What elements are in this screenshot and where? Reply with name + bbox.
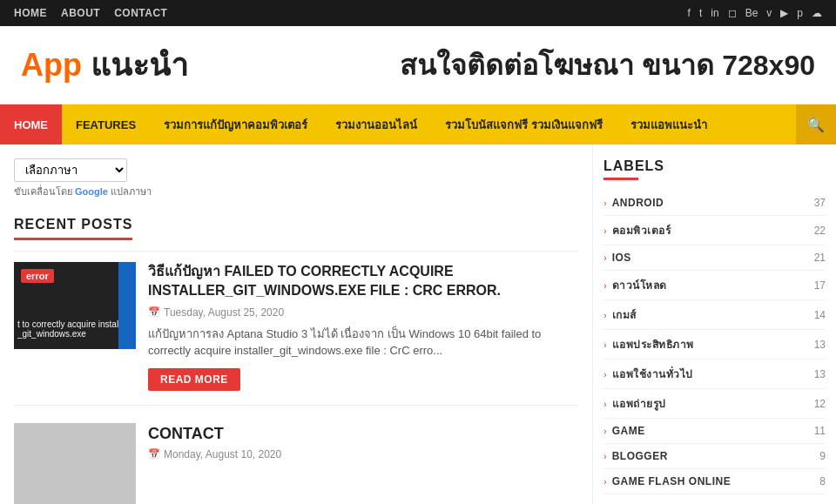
- vimeo-icon[interactable]: v: [766, 7, 772, 19]
- powered-by-text: ขับเคลื่อนโดย: [14, 186, 72, 197]
- nav-computer[interactable]: รวมการแก้ปัญหาคอมพิวเตอร์: [150, 104, 321, 144]
- label-list: ›ANDROID 37 ›คอมพิวเตอร์ 22 ›IOS 21 ›ดาว…: [603, 191, 826, 494]
- label-item-app-photo[interactable]: ›แอพถ่ายรูป 12: [603, 389, 826, 419]
- label-item-game2[interactable]: ›GAME 11: [603, 419, 826, 444]
- chevron-icon-android: ›: [603, 198, 607, 208]
- nav-link-about[interactable]: ABOUT: [61, 7, 100, 19]
- label-count-android: 37: [814, 197, 826, 209]
- twitter-icon[interactable]: t: [699, 7, 702, 19]
- calendar-icon-1: 📅: [148, 306, 160, 318]
- post-date-text-2: Monday, August 10, 2020: [164, 448, 281, 460]
- post-info-1: วิธีแก้ปัญหา FAILED TO CORRECTLY ACQUIRE…: [148, 262, 578, 391]
- language-select-wrap: เลือกภาษา ขับเคลื่อนโดย Google แปลภาษา: [14, 158, 578, 199]
- label-name-computer: คอมพิวเตอร์: [612, 222, 671, 239]
- sidebar-title: LABELS: [603, 158, 826, 174]
- language-select[interactable]: เลือกภาษา: [14, 158, 127, 182]
- post-date-1: 📅 Tuesday, August 25, 2020: [148, 306, 578, 319]
- label-item-android[interactable]: ›ANDROID 37: [603, 191, 826, 216]
- label-count-ios: 21: [814, 252, 826, 264]
- read-more-btn-1[interactable]: READ MORE: [148, 368, 240, 391]
- post-thumbnail-2: [14, 423, 136, 504]
- google-translate-text: ขับเคลื่อนโดย Google แปลภาษา: [14, 184, 578, 199]
- logo-orange: App: [21, 47, 82, 83]
- label-name-android: ANDROID: [612, 197, 664, 209]
- label-name-game-flash: GAME FLASH ONLINE: [612, 475, 732, 487]
- chevron-icon-app-perf: ›: [603, 339, 607, 350]
- label-item-blogger[interactable]: ›BLOGGER 9: [603, 444, 826, 469]
- sidebar-divider: [603, 178, 638, 180]
- nav-home[interactable]: HOME: [0, 104, 62, 144]
- post-title-2[interactable]: CONTACT: [148, 423, 578, 445]
- chevron-icon-game-flash: ›: [603, 476, 607, 487]
- error-badge: error: [21, 269, 54, 283]
- linkedin-icon[interactable]: in: [711, 7, 718, 19]
- facebook-icon[interactable]: f: [688, 7, 691, 19]
- banner-ad: สนใจติดต่อโฆษณา ขนาด 728x90: [400, 43, 815, 87]
- label-count-computer: 22: [814, 225, 826, 237]
- nav-bonus[interactable]: รวมโบนัสแจกฟรี รวมเงินแจกฟรี: [431, 104, 617, 144]
- soundcloud-icon[interactable]: ☁: [812, 7, 822, 19]
- recent-posts-section: RECENT POSTS: [14, 203, 578, 252]
- chevron-icon-game2: ›: [603, 426, 607, 436]
- label-item-game-flash[interactable]: ›GAME FLASH ONLINE 8: [603, 469, 826, 494]
- chevron-icon-download: ›: [603, 280, 607, 291]
- label-count-app-photo: 12: [814, 398, 826, 410]
- post-date-text-1: Tuesday, August 25, 2020: [164, 306, 284, 319]
- label-count-app-perf: 13: [814, 339, 826, 351]
- instagram-icon[interactable]: ◻: [728, 7, 737, 19]
- google-brand: Google: [75, 186, 108, 197]
- chevron-icon-app-general: ›: [603, 369, 607, 380]
- post-info-2: CONTACT 📅 Monday, August 10, 2020: [148, 423, 578, 504]
- chevron-icon-game: ›: [603, 310, 607, 320]
- label-name-blogger: BLOGGER: [612, 450, 668, 462]
- banner-logo: App แนะนำ: [21, 40, 188, 90]
- label-count-game: 14: [814, 309, 826, 321]
- top-nav: HOME ABOUT CONTACT f t in ◻ Be v ▶ p ☁: [0, 0, 836, 26]
- nav-link-home[interactable]: HOME: [14, 7, 47, 19]
- label-count-blogger: 9: [819, 450, 826, 462]
- post-thumbnail-grey: [14, 423, 136, 504]
- label-item-app-general[interactable]: ›แอพใช้งานทั่วไป 13: [603, 360, 826, 389]
- search-button[interactable]: 🔍: [796, 104, 836, 144]
- label-item-ios[interactable]: ›IOS 21: [603, 245, 826, 271]
- label-name-game: เกมส์: [612, 306, 637, 323]
- nav-online-work[interactable]: รวมงานออนไลน์: [321, 104, 431, 144]
- post-card-2: CONTACT 📅 Monday, August 10, 2020: [14, 423, 578, 504]
- main-column: เลือกภาษา ขับเคลื่อนโดย Google แปลภาษา R…: [0, 144, 592, 504]
- label-count-app-general: 13: [814, 368, 826, 380]
- nav-features[interactable]: FEATURES: [62, 104, 150, 144]
- post-thumbnail-1: error t to correctly acquire installer_g…: [14, 262, 136, 349]
- post-thumbnail-error: error t to correctly acquire installer_g…: [14, 262, 136, 349]
- chevron-icon-app-photo: ›: [603, 399, 607, 409]
- label-name-app-perf: แอพประสิทธิภาพ: [612, 336, 694, 353]
- recent-posts-title: RECENT POSTS: [14, 217, 132, 240]
- logo-black: แนะนำ: [82, 47, 188, 83]
- label-count-download: 17: [814, 279, 826, 292]
- top-nav-social: f t in ◻ Be v ▶ p ☁: [688, 7, 822, 19]
- chevron-icon-computer: ›: [603, 225, 607, 236]
- banner: App แนะนำ สนใจติดต่อโฆษณา ขนาด 728x90: [0, 26, 836, 104]
- label-name-app-photo: แอพถ่ายรูป: [612, 395, 666, 412]
- label-item-download[interactable]: ›ดาวน์โหลด 17: [603, 271, 826, 300]
- post-title-1[interactable]: วิธีแก้ปัญหา FAILED TO CORRECTLY ACQUIRE…: [148, 262, 578, 301]
- pinterest-icon[interactable]: p: [797, 7, 803, 19]
- translate-text: แปลภาษา: [111, 186, 152, 197]
- error-filename: t to correctly acquire installer_git_win…: [14, 316, 136, 342]
- chevron-icon-blogger: ›: [603, 451, 607, 461]
- label-name-ios: IOS: [612, 252, 631, 264]
- post-card-1: error t to correctly acquire installer_g…: [14, 262, 578, 406]
- youtube-icon[interactable]: ▶: [780, 7, 788, 19]
- label-name-app-general: แอพใช้งานทั่วไป: [612, 366, 693, 382]
- post-date-2: 📅 Monday, August 10, 2020: [148, 448, 578, 460]
- nav-apps[interactable]: รวมแอพแนะนำ: [617, 104, 721, 144]
- label-item-app-perf[interactable]: ›แอพประสิทธิภาพ 13: [603, 330, 826, 360]
- label-item-game[interactable]: ›เกมส์ 14: [603, 300, 826, 330]
- calendar-icon-2: 📅: [148, 448, 160, 460]
- chevron-icon-ios: ›: [603, 252, 607, 263]
- post-excerpt-1: แก้ปัญหาการลง Aptana Studio 3 ไม่ได้ เนื…: [148, 326, 578, 360]
- label-item-computer[interactable]: ›คอมพิวเตอร์ 22: [603, 216, 826, 245]
- nav-link-contact[interactable]: CONTACT: [114, 7, 167, 19]
- label-name-game2: GAME: [612, 425, 645, 437]
- top-nav-links: HOME ABOUT CONTACT: [14, 7, 167, 19]
- behance-icon[interactable]: Be: [745, 7, 758, 19]
